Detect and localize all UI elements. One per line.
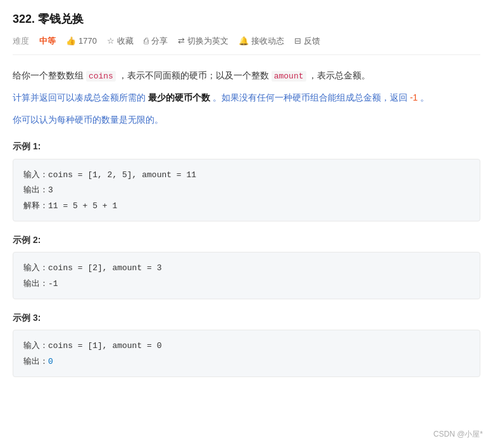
example-1-block: 输入：coins = [1, 2, 5], amount = 11 输出：3 解… bbox=[13, 159, 480, 221]
difficulty-label: 难度 bbox=[13, 35, 29, 48]
star-icon: ☆ bbox=[107, 35, 115, 48]
difficulty-value[interactable]: 中等 bbox=[39, 35, 56, 48]
desc-line1: 给你一个整数数组 coins ，表示不同面额的硬币；以及一个整数 amount … bbox=[13, 68, 480, 84]
example-1-explain: 解释：11 = 5 + 5 + 1 bbox=[23, 198, 470, 213]
share-button[interactable]: ⎙ 分享 bbox=[144, 35, 168, 48]
example-3-title: 示例 3: bbox=[13, 311, 480, 325]
likes-count: 1770 bbox=[78, 35, 97, 48]
example-2-block: 输入：coins = [2], amount = 3 输出：-1 bbox=[13, 252, 480, 299]
coins-code: coins bbox=[86, 71, 116, 82]
page-title: 322. 零钱兑换 bbox=[13, 10, 480, 28]
example-1-output: 输出：3 bbox=[23, 182, 470, 197]
notify-button[interactable]: 🔔 接收动态 bbox=[239, 35, 284, 48]
feedback-icon: ⊟ bbox=[294, 35, 301, 48]
desc-line2: 计算并返回可以凑成总金额所需的 最少的硬币个数 。如果没有任何一种硬币组合能组成… bbox=[13, 90, 480, 106]
share-icon: ⎙ bbox=[144, 35, 149, 48]
example-2: 示例 2: 输入：coins = [2], amount = 3 输出：-1 bbox=[13, 233, 480, 299]
amount-code: amount bbox=[271, 71, 306, 82]
example-1-title: 示例 1: bbox=[13, 139, 480, 153]
collect-button[interactable]: ☆ 收藏 bbox=[107, 35, 134, 48]
example-3-input: 输入：coins = [1], amount = 0 bbox=[23, 338, 470, 353]
example-2-input: 输入：coins = [2], amount = 3 bbox=[23, 260, 470, 275]
toolbar: 难度 中等 👍 1770 ☆ 收藏 ⎙ 分享 ⇄ 切换为英文 🔔 接收动态 ⊟ … bbox=[13, 35, 480, 55]
feedback-button[interactable]: ⊟ 反馈 bbox=[294, 35, 320, 48]
example-2-title: 示例 2: bbox=[13, 233, 480, 247]
example-3-block: 输入：coins = [1], amount = 0 输出：0 bbox=[13, 330, 480, 377]
example-3: 示例 3: 输入：coins = [1], amount = 0 输出：0 bbox=[13, 311, 480, 377]
example-3-output: 输出：0 bbox=[23, 354, 470, 369]
bell-icon: 🔔 bbox=[239, 35, 249, 48]
likes-button[interactable]: 👍 1770 bbox=[66, 35, 97, 48]
switch-language-button[interactable]: ⇄ 切换为英文 bbox=[178, 35, 228, 48]
example-2-output: 输出：-1 bbox=[23, 276, 470, 291]
thumbs-up-icon: 👍 bbox=[66, 35, 76, 48]
example-1-input: 输入：coins = [1, 2, 5], amount = 11 bbox=[23, 167, 470, 182]
description: 给你一个整数数组 coins ，表示不同面额的硬币；以及一个整数 amount … bbox=[13, 68, 480, 128]
desc-line3: 你可以认为每种硬币的数量是无限的。 bbox=[13, 112, 480, 128]
example-1: 示例 1: 输入：coins = [1, 2, 5], amount = 11 … bbox=[13, 139, 480, 221]
translate-icon: ⇄ bbox=[178, 35, 185, 48]
page-container: 322. 零钱兑换 难度 中等 👍 1770 ☆ 收藏 ⎙ 分享 ⇄ 切换为英文… bbox=[0, 0, 493, 391]
